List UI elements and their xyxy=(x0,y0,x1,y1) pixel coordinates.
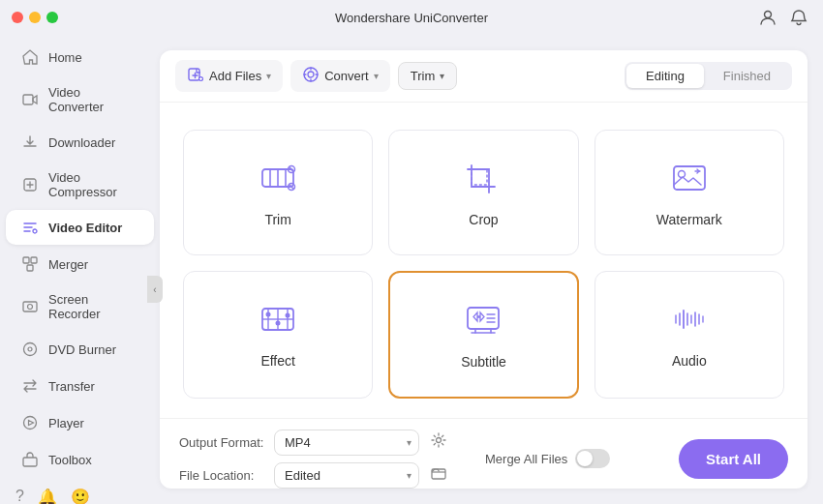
audio-icon xyxy=(665,299,714,340)
minimize-button[interactable] xyxy=(29,12,41,23)
svg-point-8 xyxy=(28,305,33,310)
tab-finished[interactable]: Finished xyxy=(704,64,790,88)
merge-toggle[interactable] xyxy=(575,449,610,468)
svg-point-16 xyxy=(308,72,314,77)
effect-icon xyxy=(254,299,302,340)
sidebar-label-toolbox: Toolbox xyxy=(48,453,92,467)
svg-point-34 xyxy=(276,321,281,326)
sidebar-label-player: Player xyxy=(48,416,84,430)
svg-rect-6 xyxy=(27,265,33,271)
convert-icon xyxy=(302,66,320,86)
file-location-field: File Location: Edited Source Custom ▾ xyxy=(179,461,450,489)
svg-point-0 xyxy=(765,12,772,18)
trim-icon xyxy=(254,158,302,198)
sidebar-item-home[interactable]: Home xyxy=(6,40,154,74)
sidebar-item-video-converter[interactable]: Video Converter xyxy=(6,76,154,123)
toolbar: Add Files ▾ Convert ▾ Trim ▾ Editing Fin… xyxy=(160,50,808,103)
add-files-button[interactable]: Add Files ▾ xyxy=(175,60,283,92)
tool-subtitle[interactable]: Subtitle xyxy=(388,271,578,399)
downloader-icon xyxy=(21,133,39,151)
footer-fields: Output Format: MP4 MOV AVI MKV ▾ xyxy=(179,429,450,489)
sidebar-label-video-compressor: Video Compressor xyxy=(48,170,138,199)
sidebar-label-merger: Merger xyxy=(48,257,88,272)
sidebar-item-merger[interactable]: Merger xyxy=(6,247,154,282)
title-bar: Wondershare UniConverter xyxy=(0,0,823,35)
video-editor-icon xyxy=(21,219,39,236)
tools-grid: Trim Crop xyxy=(183,130,784,399)
svg-rect-26 xyxy=(674,166,705,190)
svg-point-27 xyxy=(678,171,685,178)
file-location-browse-button[interactable] xyxy=(427,461,450,489)
trim-label: Trim xyxy=(264,212,290,227)
maximize-button xyxy=(46,12,58,23)
sidebar-collapse-button[interactable]: ‹ xyxy=(147,276,163,303)
sidebar-item-dvd-burner[interactable]: DVD Burner xyxy=(6,332,154,367)
convert-arrow: ▾ xyxy=(374,71,379,81)
video-converter-icon xyxy=(21,91,39,108)
svg-point-9 xyxy=(24,343,37,356)
svg-rect-5 xyxy=(31,257,37,263)
sidebar-item-screen-recorder[interactable]: Screen Recorder xyxy=(6,283,154,330)
merge-group: Merge All Files xyxy=(485,449,610,468)
sidebar-label-home: Home xyxy=(48,50,82,65)
crop-label: Crop xyxy=(469,212,498,227)
watermark-label: Watermark xyxy=(656,212,722,227)
sidebar-bottom: ? 🔔 🙂 xyxy=(0,478,160,504)
output-format-wrapper: MP4 MOV AVI MKV ▾ xyxy=(274,430,419,456)
tool-effect[interactable]: Effect xyxy=(183,271,373,399)
start-all-button[interactable]: Start All xyxy=(679,439,788,479)
sidebar-label-video-editor: Video Editor xyxy=(48,221,122,235)
file-location-select[interactable]: Edited Source Custom xyxy=(274,462,419,489)
output-format-select[interactable]: MP4 MOV AVI MKV xyxy=(274,430,419,456)
trim-dropdown[interactable]: Trim ▾ xyxy=(398,62,458,90)
toolbox-icon xyxy=(21,451,39,468)
file-location-wrapper: Edited Source Custom ▾ xyxy=(274,462,419,489)
tool-audio[interactable]: Audio xyxy=(594,271,784,399)
user-icon[interactable] xyxy=(757,7,778,28)
dvd-burner-icon xyxy=(21,341,39,358)
add-files-icon xyxy=(187,66,204,86)
output-format-field: Output Format: MP4 MOV AVI MKV ▾ xyxy=(179,429,450,456)
subtitle-icon xyxy=(459,300,507,341)
convert-label: Convert xyxy=(324,69,369,83)
convert-button[interactable]: Convert ▾ xyxy=(290,60,390,92)
sidebar-item-downloader[interactable]: Downloader xyxy=(6,125,154,160)
sidebar-label-video-converter: Video Converter xyxy=(48,85,138,114)
window-controls xyxy=(12,12,58,23)
tool-trim[interactable]: Trim xyxy=(183,130,373,255)
tool-crop[interactable]: Crop xyxy=(388,130,578,255)
add-files-arrow: ▾ xyxy=(266,71,271,81)
output-format-label: Output Format: xyxy=(179,435,266,450)
main-panel: Add Files ▾ Convert ▾ Trim ▾ Editing Fin… xyxy=(160,50,808,489)
screen-recorder-icon xyxy=(21,298,39,315)
merger-icon xyxy=(21,255,39,273)
player-icon xyxy=(21,414,39,431)
sidebar-item-video-editor[interactable]: Video Editor xyxy=(6,210,154,245)
svg-rect-12 xyxy=(23,458,37,466)
help-icon[interactable]: ? xyxy=(15,488,24,504)
footer: Output Format: MP4 MOV AVI MKV ▾ xyxy=(160,418,808,489)
notification-icon[interactable] xyxy=(788,7,809,28)
emoji-icon[interactable]: 🙂 xyxy=(71,488,90,504)
tab-group: Editing Finished xyxy=(625,62,792,90)
svg-rect-25 xyxy=(472,169,487,185)
sidebar: Home Video Converter Downloader Video Co… xyxy=(0,0,160,504)
tool-watermark[interactable]: Watermark xyxy=(594,130,784,255)
svg-point-10 xyxy=(28,347,32,351)
tab-editing[interactable]: Editing xyxy=(626,64,704,88)
sidebar-label-screen-recorder: Screen Recorder xyxy=(48,292,138,321)
crop-icon xyxy=(459,158,507,198)
sidebar-item-toolbox[interactable]: Toolbox xyxy=(6,442,154,477)
add-files-label: Add Files xyxy=(209,69,261,83)
sidebar-item-player[interactable]: Player xyxy=(6,405,154,440)
sidebar-item-video-compressor[interactable]: Video Compressor xyxy=(6,162,154,208)
close-button[interactable] xyxy=(12,12,23,23)
output-format-settings-button[interactable] xyxy=(427,429,450,456)
sidebar-item-transfer[interactable]: Transfer xyxy=(6,369,154,403)
bell-icon[interactable]: 🔔 xyxy=(38,488,57,504)
svg-rect-4 xyxy=(23,257,29,263)
audio-label: Audio xyxy=(672,353,707,369)
editor-area: Trim Crop xyxy=(160,103,808,418)
svg-point-3 xyxy=(33,229,37,233)
sidebar-label-dvd-burner: DVD Burner xyxy=(48,342,116,357)
